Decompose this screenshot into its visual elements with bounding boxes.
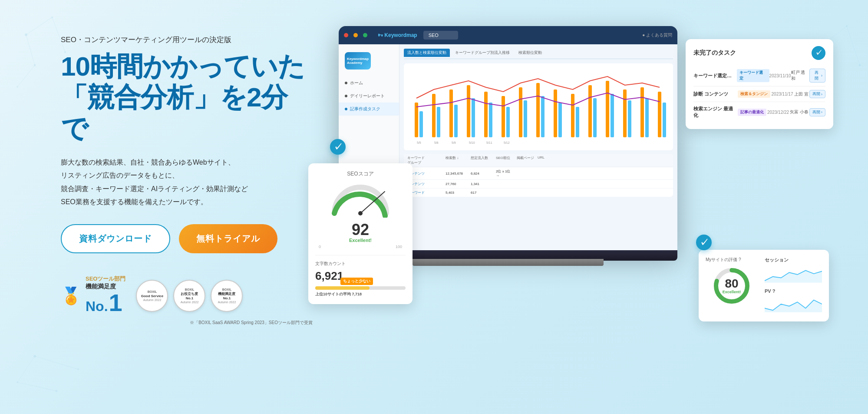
table-row-3: キーワード 5,403 617 (404, 189, 673, 197)
svg-line-20 (17, 356, 35, 382)
button-row: 資料ダウンロード 無料トライアル (61, 224, 313, 253)
score-excellent: Excellent! (315, 238, 406, 243)
session-stats: セッション PV ? (765, 257, 822, 315)
svg-point-16 (33, 355, 36, 358)
description: 膨大な数の検索結果、自社・競合あらゆるWebサイト、 リスティング広告のデータを… (61, 156, 313, 209)
headline-line2: 「競合分析」を2分で (61, 82, 313, 144)
svg-point-18 (56, 390, 58, 392)
word-count-bar-container: ちょっと少ない (315, 286, 406, 290)
session-card: Myサイトの評価 ? 80 Excellent! (699, 250, 829, 321)
page-wrapper: SEO・コンテンツマーケティング用ツールの決定版 10時間かかっていた 「競合分… (0, 0, 868, 414)
badge-good-service: BOXIL Good Service Autumn 2022 (136, 280, 168, 312)
mock-tab-1: キーワードグループ別流入推移 (452, 49, 513, 57)
seo-score-card: SEOスコア 92 Excellent! 0 (308, 163, 413, 304)
hero-section: SEO・コンテンツマーケティング用ツールの決定版 10時間かかっていた 「競合分… (0, 0, 868, 348)
task-item-0: キーワード選定… キーワード選定 2023/11/10 町戸 透和 再開 › (693, 65, 825, 86)
sidebar-logo-block: KeywordmapAcademy (345, 52, 371, 70)
pv-chart-svg (765, 295, 822, 313)
session-title: セッション (765, 257, 822, 263)
gauge-container (330, 183, 391, 218)
pv-section: PV ? (765, 288, 822, 315)
task-tag-1: 検索＆タンジン (738, 90, 770, 98)
donut-score: 80 Excellent! (723, 278, 741, 294)
svg-rect-31 (449, 89, 453, 137)
svg-rect-48 (489, 103, 492, 137)
cell-est-3: 617 (471, 191, 492, 195)
download-button[interactable]: 資料ダウンロード (61, 224, 170, 253)
svg-text:5/10: 5/10 (469, 141, 475, 144)
word-count-title: 文字数カウント (315, 261, 406, 267)
left-content: SEO・コンテンツマーケティング用ツールの決定版 10時間かかっていた 「競合分… (61, 26, 313, 326)
th-keyword: キーワードグループ (407, 156, 442, 165)
headline-line1: 10時間かかっていた (61, 51, 304, 81)
th-set: 想定流入数 (471, 156, 492, 165)
badge-subtitle-1: Autumn 2022 (143, 298, 162, 301)
no1-prefix: No. (86, 298, 108, 315)
svg-rect-36 (536, 83, 540, 137)
task-btn-1[interactable]: 再開 › (809, 90, 825, 98)
svg-point-17 (17, 381, 18, 383)
svg-rect-34 (502, 96, 505, 137)
svg-text:5/9: 5/9 (452, 141, 456, 144)
task-name-1: 診断 コンテンツ (693, 91, 737, 97)
check-circle-right: ✓ (696, 235, 712, 250)
task-date-1: 2023/11/17 (772, 92, 793, 96)
chart-svg: 5/5 5/8 5/9 5/10 5/11 5/12 (408, 68, 669, 146)
chevron-icon-1: › (821, 92, 822, 96)
score-number: 92 (315, 222, 406, 238)
svg-rect-50 (524, 100, 527, 137)
svg-rect-29 (415, 103, 418, 137)
desc-line1: 膨大な数の検索結果、自社・競合あらゆるWebサイト、 (61, 159, 235, 166)
task-card-title: 未完了のタスク (693, 49, 736, 57)
svg-rect-47 (472, 98, 475, 137)
svg-rect-45 (437, 107, 440, 137)
task-btn-2[interactable]: 再開 › (809, 108, 825, 116)
svg-rect-37 (554, 89, 557, 137)
cell-kw-3: キーワード (407, 190, 442, 195)
mockup-table: キーワードグループ 検索数 ↓ 想定流入数 SEO順位 掲載ページ URL コン… (404, 154, 673, 197)
mockup-search: SEO (423, 31, 458, 40)
chevron-icon-2: › (821, 110, 822, 114)
badge-title-1: Good Service (141, 294, 164, 298)
award-note: ※「BOXIL SaaS AWARD Spring 2023」SEOツール部門で… (190, 320, 313, 326)
score-max: 100 (396, 245, 402, 249)
badge-logo-1: BOXIL (148, 290, 157, 293)
svg-rect-33 (484, 92, 488, 137)
table-header: キーワードグループ 検索数 ↓ 想定流入数 SEO順位 掲載ページ URL (404, 154, 673, 167)
svg-rect-32 (467, 85, 470, 137)
cell-vol-2: 27,760 (446, 182, 467, 186)
main-headline: 10時間かかっていた 「競合分析」を2分で (61, 51, 313, 144)
trial-button[interactable]: 無料トライアル (179, 224, 277, 253)
mockup-faq-link: ● よくある質問 (642, 32, 672, 38)
badge-title-3: 機能満足度 No.1 (214, 292, 239, 300)
th-category: 検索数 ↓ (446, 156, 467, 165)
badge-oyakudachi: BOXIL お役立ち度 No.1 Autumn 2022 (173, 280, 205, 312)
word-count-avg: 上位10サイトの平均 7,718 (315, 291, 406, 297)
svg-rect-38 (571, 94, 574, 137)
my-site-score: Myサイトの評価 ? 80 Excellent! (706, 257, 758, 305)
task-name-0: キーワード選定… (693, 73, 737, 79)
svg-rect-43 (658, 92, 661, 137)
svg-line-21 (17, 382, 56, 391)
mock-tab-0: 流入数と検索順位変動 (404, 49, 450, 57)
mock-chart-area: 5/5 5/8 5/9 5/10 5/11 5/12 (404, 63, 673, 150)
cell-vol-3: 5,403 (446, 191, 467, 195)
home-icon (345, 82, 347, 84)
seo-tool-label: SEOツール部門 (86, 275, 125, 283)
task-btn-0[interactable]: 再開 › (809, 69, 825, 83)
task-check-icon: ✓ (815, 49, 822, 57)
subtitle: SEO・コンテンツマーケティング用ツールの決定版 (61, 35, 313, 45)
desc-line4: SEO業務を支援する機能を備えたツールです。 (61, 198, 208, 205)
th-url: URL (538, 156, 551, 165)
svg-rect-46 (454, 105, 458, 137)
word-count-bar-fill (315, 286, 370, 290)
check-icon-right: ✓ (700, 238, 708, 248)
donut-number: 80 (723, 278, 741, 290)
task-tag-2: 記事の最適化 (738, 109, 766, 116)
task-date-2: 2023/12/22 (767, 110, 789, 115)
task-item-2: 検索エンジン 最適化 記事の最適化 2023/12/22 矢富 小春 再開 › (693, 102, 825, 122)
task-check-circle: ✓ (812, 46, 825, 60)
word-count-tag: ちょっと少ない (340, 278, 373, 285)
svg-point-19 (77, 368, 79, 370)
cell-est-2: 1,341 (471, 182, 492, 186)
